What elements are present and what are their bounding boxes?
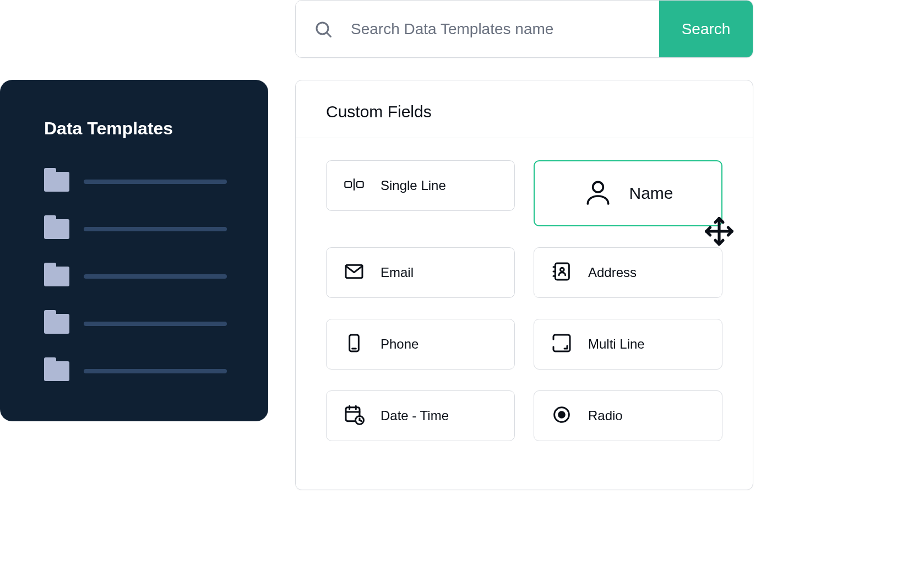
radio-icon [551,404,573,428]
phone-icon [343,332,365,356]
field-email[interactable]: Email [326,247,515,298]
svg-line-1 [327,32,330,36]
sidebar-item-placeholder [84,274,227,279]
folder-icon [44,361,69,381]
sidebar-item[interactable] [44,267,235,286]
sidebar: Data Templates [0,80,268,421]
field-label: Address [588,265,637,280]
field-label: Radio [588,408,623,423]
field-date-time[interactable]: Date - Time [326,390,515,441]
svg-rect-2 [345,182,351,187]
user-icon [583,177,613,210]
address-book-icon [551,260,573,285]
sidebar-item-placeholder [84,180,227,184]
search-bar: Search [295,0,753,58]
folder-icon [44,172,69,192]
svg-point-8 [561,268,564,272]
field-label: Date - Time [381,408,449,423]
folder-icon [44,314,69,334]
custom-fields-panel: Custom Fields Single Line Name [295,80,753,490]
field-label: Multi Line [588,336,645,352]
panel-body: Single Line Name Email [296,138,753,463]
calendar-clock-icon [343,404,365,428]
sidebar-title: Data Templates [44,118,235,139]
folder-icon [44,267,69,286]
field-address[interactable]: Address [534,247,722,298]
sidebar-item-placeholder [84,227,227,231]
multiline-icon [551,332,573,356]
field-phone[interactable]: Phone [326,319,515,370]
svg-line-20 [360,420,361,421]
search-input[interactable] [351,20,659,38]
search-button[interactable]: Search [659,1,753,57]
field-label: Email [381,265,414,280]
svg-point-22 [559,412,565,418]
field-label: Name [629,184,673,203]
folder-icon [44,219,69,239]
panel-header: Custom Fields [296,80,753,138]
sidebar-item[interactable] [44,219,235,239]
sidebar-item[interactable] [44,172,235,192]
sidebar-item[interactable] [44,314,235,334]
sidebar-item[interactable] [44,361,235,381]
field-label: Single Line [381,178,446,193]
search-icon [296,19,351,39]
field-single-line[interactable]: Single Line [326,160,515,211]
text-cursor-icon [343,173,365,198]
svg-point-5 [593,182,604,192]
field-name[interactable]: Name [534,160,722,226]
field-radio[interactable]: Radio [534,390,722,441]
sidebar-item-placeholder [84,369,227,373]
field-label: Phone [381,336,418,352]
panel-title: Custom Fields [326,102,722,121]
svg-rect-3 [357,182,363,187]
field-multi-line[interactable]: Multi Line [534,319,722,370]
sidebar-item-placeholder [84,322,227,326]
mail-icon [343,260,365,285]
